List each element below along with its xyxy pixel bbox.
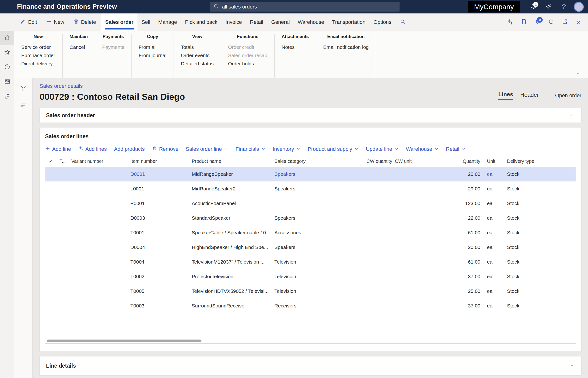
sort-lines-button[interactable]: [20, 101, 27, 109]
grid-row[interactable]: T0005TelevisionHDTVX59052 / Televisi...T…: [45, 284, 576, 298]
funnel-button[interactable]: [20, 84, 27, 93]
tab-general[interactable]: General: [267, 14, 294, 31]
tab-transportation[interactable]: Transportation: [328, 14, 369, 31]
column-header-unit[interactable]: Unit: [484, 156, 504, 167]
tab-options[interactable]: Options: [370, 14, 395, 31]
attachments-button[interactable]: 0: [532, 16, 543, 28]
toolbar-product-and-supply[interactable]: Product and supply: [308, 146, 358, 152]
ribbon-item-cancel[interactable]: Cancel: [70, 43, 88, 51]
ribbon-item-totals[interactable]: Totals: [181, 43, 214, 51]
ribbon-item-from-all[interactable]: From all: [139, 43, 167, 51]
ribbon-item-notes[interactable]: Notes: [282, 43, 309, 51]
cell-select[interactable]: [45, 269, 56, 284]
edit-button[interactable]: Edit: [20, 19, 37, 26]
cell-select[interactable]: [45, 225, 56, 240]
tab-invoice[interactable]: Invoice: [222, 14, 246, 31]
toolbar-inventory[interactable]: Inventory: [273, 146, 301, 152]
column-header-category[interactable]: Sales category: [271, 156, 363, 167]
tab-warehouse[interactable]: Warehouse: [294, 14, 328, 31]
tab-pick-and-pack[interactable]: Pick and pack: [181, 14, 222, 31]
column-header-variant[interactable]: Variant number: [68, 156, 127, 167]
ribbon-item-detailed-status[interactable]: Detailed status: [181, 59, 214, 68]
tab-lines[interactable]: Lines: [498, 91, 513, 100]
grid-row[interactable]: D0004HighEndSpeaker / High End Spe...Spe…: [45, 240, 576, 255]
column-header-select[interactable]: ✓: [45, 156, 56, 167]
ribbon-item-direct-delivery[interactable]: Direct delivery: [21, 59, 55, 68]
ribbon-item-service-order[interactable]: Service order: [21, 43, 55, 51]
tab-manage[interactable]: Manage: [154, 14, 181, 31]
sidebar-button-home[interactable]: [0, 31, 14, 45]
grid-row[interactable]: L0001MidRangeSpeaker2Speakers29.00eaStoc…: [45, 181, 576, 196]
toolbar-warehouse[interactable]: Warehouse: [406, 146, 439, 152]
ribbon-item-order-holds[interactable]: Order holds: [228, 59, 267, 68]
cell-select[interactable]: [45, 211, 56, 225]
toolbar-retail[interactable]: Retail: [446, 146, 465, 152]
refresh-button[interactable]: [546, 16, 557, 28]
global-search-input[interactable]: [222, 4, 387, 10]
user-avatar[interactable]: [574, 2, 584, 12]
column-header-product[interactable]: Product name: [188, 156, 271, 167]
grid-row[interactable]: P0001AcousticFoamPanel123.00eaStock: [45, 196, 576, 211]
sparkle-button[interactable]: [504, 16, 516, 28]
grid-row[interactable]: D0001MidRangeSpeakerSpeakers20.00eaStock: [45, 167, 576, 181]
breadcrumb[interactable]: Sales order details: [40, 83, 185, 89]
sidebar-button-task-list[interactable]: [0, 89, 14, 104]
sidebar-button-hamburger[interactable]: [0, 14, 14, 31]
tab-sell[interactable]: Sell: [138, 14, 154, 31]
horizontal-scrollbar-thumb[interactable]: [47, 339, 201, 342]
action-pane-search-button[interactable]: [395, 14, 410, 31]
toolbar-sales-order-line[interactable]: Sales order line: [186, 146, 228, 152]
column-header-qty[interactable]: Quantity: [450, 156, 484, 167]
book-button[interactable]: [518, 16, 530, 28]
cell-select[interactable]: [45, 240, 56, 255]
ribbon-item-from-journal[interactable]: From journal: [139, 51, 167, 59]
column-header-cw_unit[interactable]: CW unit: [392, 156, 450, 167]
open-new-window-button[interactable]: [559, 16, 571, 28]
toolbar-update-line[interactable]: Update line: [366, 146, 398, 152]
ribbon-item-email-notification-log[interactable]: Email notification log: [323, 43, 369, 51]
ribbon-item-purchase-order[interactable]: Purchase order: [21, 51, 55, 59]
close-button[interactable]: ×: [573, 16, 584, 28]
tab-sales-order[interactable]: Sales order: [101, 14, 138, 31]
toolbar-add-products[interactable]: Add products: [114, 146, 145, 152]
grid-row[interactable]: D0003StandardSpeakerSpeakers22.00eaStock: [45, 211, 576, 225]
tab-retail[interactable]: Retail: [246, 14, 267, 31]
global-search-box[interactable]: [210, 2, 400, 12]
cell-select[interactable]: [45, 284, 56, 298]
toolbar-add-line[interactable]: Add line: [45, 146, 71, 152]
cell-select[interactable]: [45, 167, 56, 181]
column-header-item[interactable]: Item number: [127, 156, 188, 167]
new-button[interactable]: New: [46, 19, 64, 26]
toolbar-add-lines[interactable]: Add lines: [78, 146, 107, 152]
grid-row[interactable]: T0003SurroundSoundReceiveReceivers37.00e…: [45, 298, 576, 313]
cell-select[interactable]: [45, 298, 56, 313]
sidebar-button-form[interactable]: [0, 75, 14, 89]
chevron-down-icon[interactable]: [569, 363, 575, 368]
cell-unit[interactable]: ea: [484, 167, 504, 181]
ribbon-item-order-events[interactable]: Order events: [181, 51, 214, 59]
grid-row[interactable]: T0004TelevisionM12037" / Television ...T…: [45, 255, 576, 269]
sales-order-header-section[interactable]: Sales order header: [40, 108, 581, 123]
collapse-ribbon-button[interactable]: [575, 71, 582, 76]
sidebar-button-star[interactable]: [0, 45, 14, 60]
column-header-cw_qty[interactable]: CW quantity: [363, 156, 392, 167]
app-launcher-waffle-icon[interactable]: [0, 0, 14, 14]
line-details-section[interactable]: Line details: [40, 356, 581, 375]
cell-select[interactable]: [45, 255, 56, 269]
settings-button[interactable]: [541, 0, 556, 14]
cell-select[interactable]: [45, 181, 56, 196]
delete-button[interactable]: Delete: [73, 19, 96, 26]
cell-category[interactable]: Speakers: [271, 167, 363, 181]
notifications-button[interactable]: 1: [526, 0, 541, 14]
column-header-type[interactable]: T...: [56, 156, 68, 167]
column-header-delivery[interactable]: Delivery type: [504, 156, 576, 167]
cell-item[interactable]: D0001: [127, 167, 188, 181]
company-picker-button[interactable]: MyCompany: [468, 1, 520, 13]
chevron-down-icon[interactable]: [569, 113, 575, 118]
sidebar-button-clock[interactable]: [0, 60, 14, 75]
cell-select[interactable]: [45, 196, 56, 211]
tab-header[interactable]: Header: [520, 92, 539, 100]
toolbar-remove[interactable]: Remove: [152, 146, 179, 152]
grid-row[interactable]: T0002ProjectorTelevisionTelevision37.00e…: [45, 269, 576, 284]
help-button[interactable]: ?: [556, 0, 572, 14]
